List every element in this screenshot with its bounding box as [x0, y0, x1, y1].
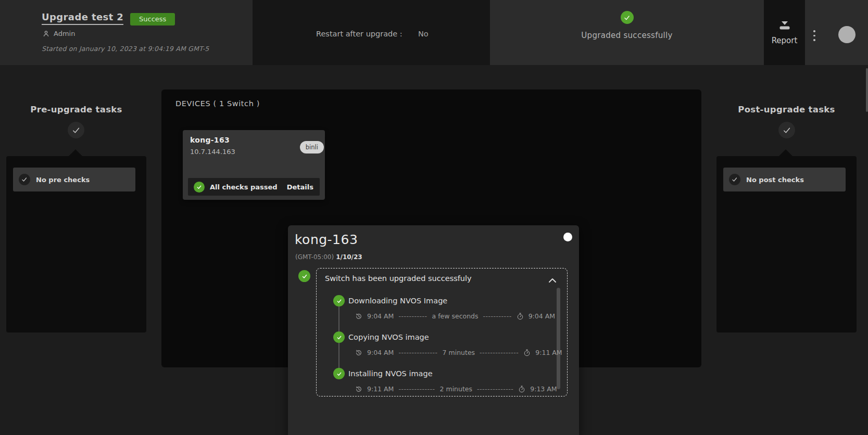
- pre-upgrade-heading: Pre-upgrade tasks: [6, 105, 146, 114]
- device-status-dot: [563, 233, 572, 241]
- restart-after-upgrade-value: No: [418, 30, 429, 38]
- checks-passed-icon: [194, 182, 205, 193]
- user-icon: [42, 30, 50, 37]
- status-badge: Success: [130, 13, 175, 25]
- popup-date: 1/10/23: [336, 253, 362, 261]
- report-download-icon: [778, 20, 791, 31]
- post-upgrade-empty-label: No post checks: [746, 176, 804, 184]
- device-ip: 10.7.144.163: [190, 148, 235, 156]
- pre-upgrade-empty-row: No pre checks: [13, 168, 135, 191]
- header-restart-section: Restart after upgrade : No: [253, 0, 490, 65]
- chevron-up-icon[interactable]: [548, 275, 558, 283]
- header-overall-status: Upgraded successfully: [490, 0, 764, 65]
- step-end-time: 9:11 AM: [535, 349, 562, 356]
- post-check-icon: [729, 174, 740, 185]
- post-upgrade-panel-notch: [779, 149, 792, 156]
- step-start-time: 9:11 AM: [367, 385, 394, 393]
- step-label: Installing NVOS image: [348, 369, 433, 378]
- device-name: kong-163: [190, 136, 230, 144]
- upgrade-steps-box: Switch has been upgraded successfuly Dow…: [316, 268, 568, 396]
- device-card[interactable]: kong-163 10.7.144.163 binli All checks p…: [183, 130, 325, 200]
- step-end-time: 9:04 AM: [529, 312, 555, 320]
- step-label: Downloading NVOS Image: [348, 297, 447, 305]
- popup-datetime: (GMT-05:00)1/10/23: [295, 253, 362, 261]
- pre-upgrade-panel: No pre checks: [6, 156, 146, 332]
- popup-timezone: (GMT-05:00): [295, 253, 334, 261]
- dashes: -----------: [483, 312, 512, 320]
- end-time-icon: [517, 313, 524, 320]
- step-start-time: 9:04 AM: [367, 349, 394, 356]
- devices-panel-title: DEVICES ( 1 Switch ): [175, 99, 260, 108]
- run-started-timestamp: Started on January 10, 2023 at 9:04:19 A…: [42, 45, 209, 53]
- post-upgrade-panel: No post checks: [716, 156, 857, 332]
- step-label: Copying NVOS image: [348, 333, 429, 341]
- steps-scrollbar[interactable]: [557, 288, 560, 389]
- device-details-link[interactable]: Details: [287, 183, 313, 191]
- header-run-info: Upgrade test 2 Success Admin Started on …: [0, 0, 253, 65]
- dashes: -----------: [398, 312, 427, 320]
- upgrade-summary-text: Switch has been upgraded successfuly: [325, 274, 472, 283]
- dashes: --------------: [477, 385, 513, 393]
- device-detail-popup: kong-163 (GMT-05:00)1/10/23 Switch has b…: [288, 225, 579, 435]
- step-start-time: 9:04 AM: [367, 312, 394, 320]
- restart-after-upgrade-label: Restart after upgrade :: [316, 30, 402, 38]
- pre-upgrade-check-icon: [68, 122, 84, 138]
- step-duration: 2 minutes: [440, 385, 473, 393]
- post-upgrade-empty-row: No post checks: [723, 168, 846, 191]
- post-upgrade-heading: Post-upgrade tasks: [716, 105, 857, 114]
- step-end-time: 9:13 AM: [530, 385, 557, 393]
- device-checks-strip: All checks passed Details: [188, 178, 320, 196]
- step-check-icon: [333, 331, 345, 343]
- step-times-row: 9:11 AM -------------- 2 minutes -------…: [355, 385, 557, 393]
- avatar[interactable]: [838, 26, 856, 43]
- header-controls: [805, 0, 868, 65]
- device-owner-badge: binli: [300, 141, 324, 153]
- step-duration: 7 minutes: [443, 349, 475, 356]
- step-check-icon: [333, 368, 345, 379]
- step-duration: a few seconds: [432, 312, 479, 320]
- end-time-icon: [523, 349, 531, 356]
- dashes: ---------------: [398, 349, 437, 356]
- more-options-icon[interactable]: [812, 29, 816, 42]
- start-time-icon: [355, 313, 362, 320]
- step-times-row: 9:04 AM ----------- a few seconds ------…: [355, 312, 555, 320]
- post-upgrade-check-icon: [778, 122, 795, 138]
- success-check-icon: [621, 11, 634, 24]
- upgrade-run-page: Upgrade test 2 Success Admin Started on …: [0, 0, 868, 435]
- run-owner: Admin: [42, 30, 75, 37]
- dashes: ---------------: [480, 349, 519, 356]
- step-check-icon: [333, 295, 345, 306]
- report-button[interactable]: Report: [764, 0, 805, 65]
- start-time-icon: [355, 386, 362, 393]
- report-button-label: Report: [772, 36, 798, 45]
- pre-check-icon: [19, 174, 30, 185]
- pre-upgrade-empty-label: No pre checks: [36, 176, 90, 184]
- popup-device-name: kong-163: [295, 232, 358, 247]
- end-time-icon: [518, 386, 525, 393]
- run-owner-label: Admin: [54, 30, 75, 37]
- page-scrollbar[interactable]: [866, 68, 868, 112]
- device-checks-status: All checks passed: [210, 183, 278, 191]
- summary-check-icon: [298, 270, 310, 282]
- start-time-icon: [355, 349, 362, 356]
- overall-status-text: Upgraded successfully: [581, 31, 672, 40]
- step-times-row: 9:04 AM --------------- 7 minutes ------…: [355, 349, 562, 356]
- dashes: --------------: [398, 385, 435, 393]
- pre-upgrade-panel-notch: [69, 149, 82, 156]
- page-title: Upgrade test 2: [42, 11, 123, 25]
